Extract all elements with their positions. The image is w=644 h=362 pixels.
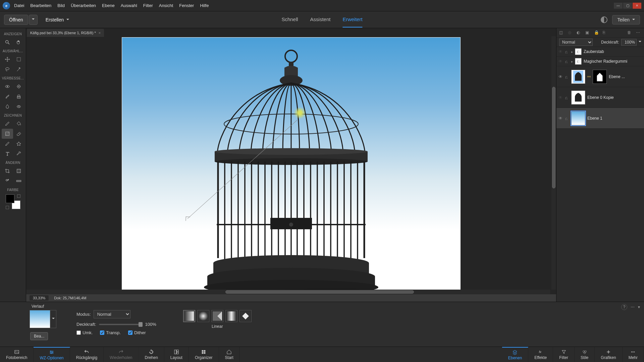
window-close-button[interactable]: ✕ (633, 3, 641, 9)
delete-layer-icon[interactable]: 🗑 (627, 30, 633, 36)
bb-styles[interactable]: Stile (575, 347, 595, 362)
edit-gradient-button[interactable]: Bea... (30, 332, 48, 340)
tab-assistent[interactable]: Assistent (310, 12, 331, 27)
straighten-tool[interactable] (13, 176, 24, 186)
hand-tool[interactable] (13, 37, 24, 47)
gradient-type-diamond[interactable] (239, 310, 252, 322)
menu-fenster[interactable]: Fenster (179, 3, 194, 8)
redeye-tool[interactable] (2, 81, 13, 92)
pencil-tool[interactable] (2, 139, 13, 149)
bb-graphics[interactable]: Grafiken (595, 347, 622, 362)
canvas[interactable] (26, 37, 556, 294)
new-layer-icon[interactable]: ◫ (559, 30, 565, 36)
window-minimize-button[interactable]: — (614, 3, 623, 9)
gradient-type-radial[interactable] (197, 310, 209, 322)
create-button[interactable]: Erstellen (46, 17, 69, 22)
foreground-color-swatch[interactable] (6, 194, 14, 203)
bb-layout[interactable]: Layout (164, 347, 189, 362)
move-tool[interactable] (2, 54, 13, 64)
gradient-preview[interactable] (30, 310, 50, 328)
vertical-scrollbar[interactable] (551, 36, 556, 290)
reverse-checkbox[interactable]: Umk. (76, 330, 93, 335)
expand-icon[interactable]: ▸ (571, 50, 573, 54)
menu-hilfe[interactable]: Hilfe (200, 3, 209, 8)
layer-row-radiergummi[interactable]: 👁 ⎌ ▸ ◐ Magischer Radiergummi (556, 57, 644, 66)
menu-ueberarbeiten[interactable]: Überarbeiten (71, 3, 96, 8)
open-button[interactable]: Öffnen (4, 15, 28, 25)
clone-stamp-tool[interactable] (13, 92, 24, 102)
layer-row-zauberstab[interactable]: 👁 ⎌ ▸ ◐ Zauberstab (556, 47, 644, 57)
zoom-level[interactable]: 33,33% (30, 295, 49, 301)
window-maximize-button[interactable]: ▢ (623, 3, 632, 9)
bb-redo[interactable]: Wiederholen (104, 347, 139, 362)
bb-undo[interactable]: Rückgängig (70, 347, 104, 362)
zoom-tool[interactable] (2, 37, 13, 47)
menu-ebene[interactable]: Ebene (102, 3, 115, 8)
opacity-input[interactable] (621, 39, 637, 46)
help-icon[interactable]: ? (621, 304, 627, 310)
gradient-picker-dropdown[interactable] (50, 310, 56, 328)
menu-bearbeiten[interactable]: Bearbeiten (30, 3, 51, 8)
menu-auswahl[interactable]: Auswahl (121, 3, 137, 8)
visibility-toggle-icon[interactable]: 👁 (558, 74, 563, 79)
bb-start[interactable]: Start (219, 347, 240, 362)
bb-tool-options[interactable]: WZ-Optionen (34, 347, 70, 362)
eraser-tool[interactable] (13, 129, 24, 139)
lock-icon[interactable]: 🔒 (594, 30, 599, 36)
visibility-toggle-icon[interactable]: 👁 (558, 59, 563, 64)
bb-layers[interactable]: Ebenen (502, 347, 528, 362)
layer-row-ebene[interactable]: 👁 ⎌ ⚯ Ebene ... (556, 66, 644, 87)
blend-mode-select[interactable]: Normal (94, 310, 130, 318)
bb-rotate[interactable]: Drehen (139, 347, 164, 362)
link-mask-icon[interactable]: ⚯ (587, 74, 591, 79)
gradient-type-reflected[interactable] (225, 310, 237, 322)
panel-menu-icon[interactable]: ⋯ (631, 305, 635, 309)
collapse-panel-icon[interactable]: ▾ (638, 305, 640, 309)
gradient-type-linear[interactable] (183, 310, 195, 322)
recompose-tool[interactable] (13, 166, 24, 176)
opacity-slider[interactable] (99, 324, 143, 325)
gradient-type-angle[interactable] (211, 310, 223, 322)
close-tab-icon[interactable]: × (99, 31, 101, 35)
visibility-toggle-icon[interactable]: 👁 (558, 116, 563, 121)
link-layers-icon[interactable]: ⎘ (603, 30, 608, 36)
color-swatches[interactable] (6, 194, 20, 209)
spot-heal-tool[interactable] (13, 81, 24, 92)
menu-datei[interactable]: Datei (14, 3, 24, 8)
chevron-down-icon[interactable] (639, 40, 641, 45)
document-tab[interactable]: Käfig.psd bei 33,3% (Ebene 1, RGB/8) * × (27, 29, 104, 37)
share-button[interactable]: Teilen (612, 15, 640, 24)
tab-erweitert[interactable]: Erweitert (342, 12, 362, 27)
bb-more[interactable]: Mehr (623, 347, 644, 362)
default-colors-icon[interactable] (6, 206, 9, 209)
menu-ansicht[interactable]: Ansicht (159, 3, 173, 8)
transparency-checkbox[interactable]: Transp. (100, 330, 121, 335)
eyedropper-tool[interactable] (13, 149, 24, 159)
lasso-tool[interactable] (2, 64, 13, 74)
menu-bild[interactable]: Bild (57, 3, 65, 8)
tab-schnell[interactable]: Schnell (281, 12, 298, 27)
layer-row-ebene-0-kopie[interactable]: 👁 ⎌ Ebene 0 Kopie (556, 87, 644, 108)
panel-menu-icon[interactable]: ⋯ (636, 30, 641, 36)
marquee-tool[interactable] (13, 54, 24, 64)
dither-checkbox[interactable]: Dither (128, 330, 146, 335)
magic-wand-tool[interactable] (13, 64, 24, 74)
smart-brush-tool[interactable] (2, 92, 13, 102)
mask-icon[interactable]: ▣ (585, 30, 591, 36)
visibility-toggle-icon[interactable]: 👁 (558, 95, 563, 100)
blend-mode-select[interactable]: Normal (559, 39, 593, 46)
paint-bucket-tool[interactable] (13, 119, 24, 129)
swap-colors-icon[interactable] (17, 194, 20, 198)
horizontal-scrollbar[interactable] (26, 290, 550, 294)
crop-tool[interactable] (2, 166, 13, 176)
brush-tool[interactable] (2, 119, 13, 129)
adjustment-layer-icon[interactable]: ◐ (577, 30, 582, 36)
open-dropdown-button[interactable] (29, 15, 38, 25)
layer-row-ebene-1[interactable]: 👁 ⎌ Ebene 1 (556, 108, 644, 129)
new-group-icon[interactable]: ◎ (568, 30, 573, 36)
content-aware-move-tool[interactable] (2, 176, 13, 186)
bb-effects[interactable]: fxEffekte (528, 347, 553, 362)
sponge-tool[interactable] (13, 102, 24, 112)
bb-organizer[interactable]: Organizer (189, 347, 219, 362)
gradient-tool[interactable] (2, 129, 13, 139)
